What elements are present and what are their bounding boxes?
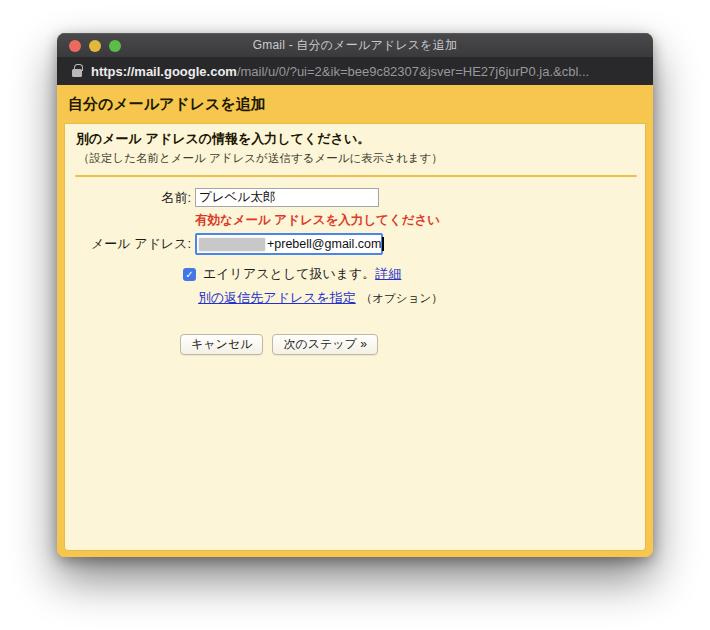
url-bar[interactable]: https://mail.google.com/mail/u/0/?ui=2&i… — [57, 58, 653, 85]
alias-checkbox[interactable]: ✓ — [183, 268, 196, 281]
buttons-row: キャンセル 次のステップ » — [180, 334, 645, 355]
screenshot-stage: Gmail - 自分のメールアドレスを追加 https://mail.googl… — [0, 0, 710, 630]
alias-row: ✓ エイリアスとして扱います。 詳細 — [183, 265, 645, 283]
dialog-body: 別のメール アドレスの情報を入力してください。 （設定した名前とメール アドレス… — [57, 123, 653, 557]
name-input[interactable] — [195, 188, 379, 207]
next-step-button[interactable]: 次のステップ » — [272, 334, 377, 355]
window-title: Gmail - 自分のメールアドレスを追加 — [253, 37, 457, 54]
dialog-header: 自分のメールアドレスを追加 — [57, 85, 653, 123]
lock-icon — [72, 69, 82, 77]
reply-to-row: 別の返信先アドレスを指定 （オプション） — [198, 289, 645, 307]
intro-heading: 別のメール アドレスの情報を入力してください。 — [76, 130, 645, 148]
reply-to-note: （オプション） — [361, 291, 443, 306]
traffic-lights — [69, 33, 121, 58]
url-text[interactable]: https://mail.google.com/mail/u/0/?ui=2&i… — [91, 64, 589, 79]
alias-label: エイリアスとして扱います。 — [203, 265, 375, 283]
close-window-button[interactable] — [69, 40, 81, 52]
url-path: /mail/u/0/?ui=2&ik=bee9c82307&jsver=HE27… — [237, 64, 589, 79]
form-panel: 別のメール アドレスの情報を入力してください。 （設定した名前とメール アドレス… — [64, 123, 646, 551]
email-value: +prebell@gmail.com — [267, 237, 381, 251]
name-row: 名前: — [65, 188, 645, 207]
page-title: 自分のメールアドレスを追加 — [68, 95, 266, 114]
alias-details-link[interactable]: 詳細 — [375, 265, 401, 283]
error-message: 有効なメール アドレスを入力してください — [195, 212, 440, 229]
email-row: メール アドレス: +prebell@gmail.com — [65, 233, 645, 255]
error-row: 有効なメール アドレスを入力してください — [65, 212, 645, 229]
intro-note: （設定した名前とメール アドレスが送信するメールに表示されます） — [78, 151, 645, 166]
redacted-email-segment — [199, 238, 265, 251]
url-domain: https://mail.google.com — [91, 64, 237, 79]
text-cursor — [382, 237, 384, 251]
browser-window: Gmail - 自分のメールアドレスを追加 https://mail.googl… — [57, 33, 653, 557]
reply-to-link[interactable]: 別の返信先アドレスを指定 — [198, 289, 356, 307]
email-label: メール アドレス: — [65, 235, 195, 253]
window-titlebar: Gmail - 自分のメールアドレスを追加 — [57, 33, 653, 58]
separator-line — [75, 175, 637, 177]
zoom-window-button[interactable] — [109, 40, 121, 52]
name-label: 名前: — [65, 189, 195, 207]
email-input[interactable]: +prebell@gmail.com — [195, 233, 383, 255]
cancel-button[interactable]: キャンセル — [180, 334, 263, 355]
minimize-window-button[interactable] — [89, 40, 101, 52]
